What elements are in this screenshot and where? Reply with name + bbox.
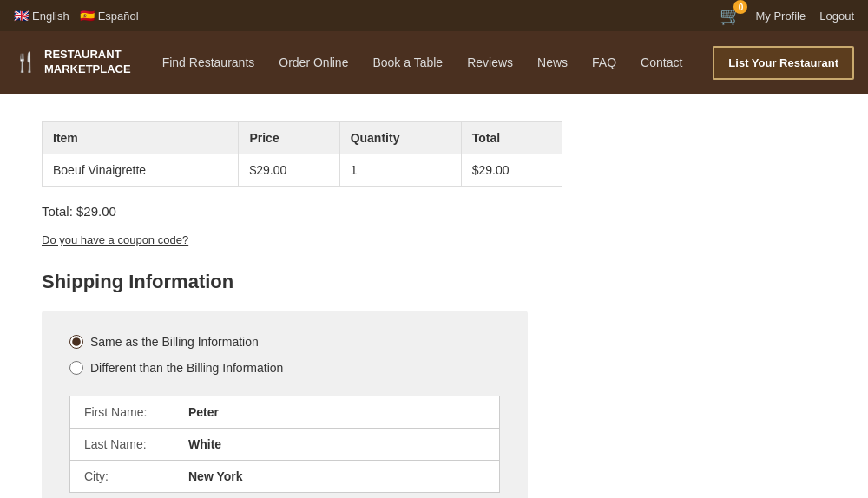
cart-button[interactable]: 🛒 0 xyxy=(720,5,741,26)
row-quantity: 1 xyxy=(339,154,461,187)
row-total: $29.00 xyxy=(461,154,562,187)
nav-order-online[interactable]: Order Online xyxy=(268,49,358,76)
lang-english-label: English xyxy=(32,10,69,23)
top-bar: 🇬🇧 English 🇪🇸 Español 🛒 0 My Profile Log… xyxy=(0,0,868,31)
radio-different-billing-label: Different than the Billing Information xyxy=(90,361,283,375)
nav-links: Find Restaurants Order Online Book a Tab… xyxy=(152,49,713,76)
nav-contact[interactable]: Contact xyxy=(630,49,693,76)
city-value: New York xyxy=(188,469,243,483)
my-profile-link[interactable]: My Profile xyxy=(755,10,806,23)
col-item: Item xyxy=(43,122,239,154)
cart-badge: 0 xyxy=(733,0,747,14)
lang-english[interactable]: 🇬🇧 English xyxy=(14,9,69,23)
last-name-label: Last Name: xyxy=(84,437,188,451)
table-row: Boeuf Vinaigrette $29.00 1 $29.00 xyxy=(43,154,562,187)
first-name-label: First Name: xyxy=(84,405,188,419)
nav-faq[interactable]: FAQ xyxy=(582,49,627,76)
col-price: Price xyxy=(239,122,339,154)
row-item: Boeuf Vinaigrette xyxy=(43,154,239,187)
nav-find-restaurants[interactable]: Find Restaurants xyxy=(152,49,266,76)
nav-reviews[interactable]: Reviews xyxy=(457,49,523,76)
first-name-value: Peter xyxy=(188,405,219,419)
radio-different-billing-input[interactable] xyxy=(69,361,83,375)
nav-book-table[interactable]: Book a Table xyxy=(362,49,453,76)
shipping-options: Same as the Billing Information Differen… xyxy=(69,335,500,375)
order-table: Item Price Quantity Total Boeuf Vinaigre… xyxy=(42,121,562,187)
radio-same-billing-label: Same as the Billing Information xyxy=(90,335,259,349)
shipping-title: Shipping Information xyxy=(42,271,826,293)
coupon-link[interactable]: Do you have a coupon code? xyxy=(42,233,188,246)
navbar: 🍴 RESTAURANT MARKETPLACE Find Restaurant… xyxy=(0,31,868,94)
flag-es-icon: 🇪🇸 xyxy=(80,9,95,23)
shipping-box: Same as the Billing Information Differen… xyxy=(42,311,528,498)
top-bar-right: 🛒 0 My Profile Logout xyxy=(720,5,854,26)
nav-news[interactable]: News xyxy=(527,49,578,76)
field-last-name: Last Name: White xyxy=(69,428,500,460)
last-name-value: White xyxy=(188,437,221,451)
radio-same-billing[interactable]: Same as the Billing Information xyxy=(69,335,500,349)
radio-same-billing-input[interactable] xyxy=(69,335,83,349)
logo-icon: 🍴 xyxy=(14,51,37,74)
radio-different-billing[interactable]: Different than the Billing Information xyxy=(69,361,500,375)
logo[interactable]: 🍴 RESTAURANT MARKETPLACE xyxy=(14,48,131,77)
field-first-name: First Name: Peter xyxy=(69,396,500,428)
logo-text: RESTAURANT MARKETPLACE xyxy=(44,48,131,77)
language-selector: 🇬🇧 English 🇪🇸 Español xyxy=(14,9,139,23)
col-quantity: Quantity xyxy=(339,122,461,154)
flag-en-icon: 🇬🇧 xyxy=(14,9,29,23)
field-city: City: New York xyxy=(69,460,500,493)
order-total: Total: $29.00 xyxy=(42,204,826,219)
row-price: $29.00 xyxy=(239,154,339,187)
col-total: Total xyxy=(461,122,562,154)
logout-link[interactable]: Logout xyxy=(819,10,854,23)
city-label: City: xyxy=(84,469,188,483)
list-restaurant-button[interactable]: List Your Restaurant xyxy=(713,46,854,80)
lang-espanol[interactable]: 🇪🇸 Español xyxy=(80,9,139,23)
shipping-form-fields: First Name: Peter Last Name: White City:… xyxy=(69,396,500,493)
lang-espanol-label: Español xyxy=(98,10,139,23)
main-content: Item Price Quantity Total Boeuf Vinaigre… xyxy=(0,94,868,498)
